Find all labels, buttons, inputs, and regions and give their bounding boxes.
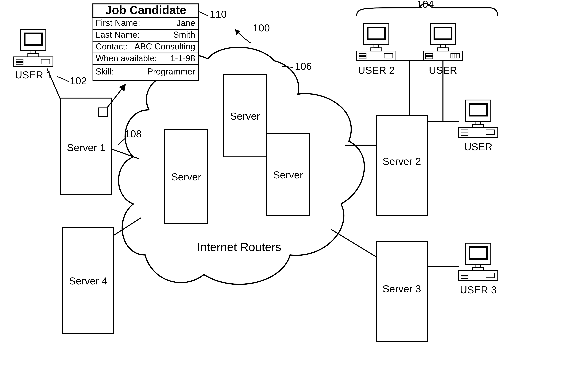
card-row-value: Jane: [177, 18, 195, 28]
user-1-computer: USER 1: [14, 30, 53, 81]
card-row-label: First Name:: [96, 18, 140, 28]
card-title: Job Candidate: [105, 3, 186, 16]
server-3: Server 3: [376, 241, 427, 341]
ref-108: 108: [125, 128, 142, 140]
ref-110: 110: [210, 8, 227, 20]
user-1-label: USER 1: [15, 69, 52, 80]
cloud-server-label: Server: [273, 169, 303, 180]
svg-rect-16: [99, 108, 107, 116]
card-row-label: Last Name:: [96, 30, 140, 40]
card-row-label: Skill:: [96, 66, 114, 76]
user-2c-label: USER: [464, 141, 492, 152]
card-row-label: Contact:: [96, 42, 128, 51]
svg-line-25: [331, 230, 376, 257]
card-row-label: When available:: [96, 53, 157, 63]
ref-104: 104: [417, 0, 434, 10]
network-diagram: Server Server Server Internet Routers US…: [0, 0, 588, 392]
server-1-label: Server 1: [67, 142, 105, 153]
ref-100: 100: [253, 22, 270, 34]
job-candidate-card: Job Candidate First Name: Jane Last Name…: [93, 3, 199, 80]
server-4-label: Server 4: [69, 275, 107, 286]
card-row-value: Programmer: [147, 66, 195, 76]
server-2-label: Server 2: [382, 156, 421, 167]
cloud-internet-routers: Server Server Server Internet Routers: [118, 47, 364, 284]
svg-line-17: [47, 68, 61, 100]
user-3-label: USER 3: [460, 284, 497, 296]
server-1: Server 1: [61, 98, 112, 194]
user-2-label: USER 2: [358, 64, 395, 76]
card-row-value: Smith: [173, 30, 195, 40]
ref-102: 102: [70, 75, 87, 86]
server-2: Server 2: [376, 116, 427, 216]
svg-line-19: [107, 84, 125, 108]
cloud-server-label: Server: [171, 171, 201, 182]
ref-106: 106: [295, 60, 312, 72]
cloud-caption: Internet Routers: [197, 240, 281, 254]
cloud-server-label: Server: [230, 110, 260, 122]
server-4: Server 4: [63, 228, 114, 334]
card-row-value: 1-1-98: [170, 53, 195, 63]
server-3-label: Server 3: [382, 283, 421, 294]
user-3-computer: USER 3: [459, 243, 498, 296]
card-row-value: ABC Consulting: [134, 42, 195, 51]
